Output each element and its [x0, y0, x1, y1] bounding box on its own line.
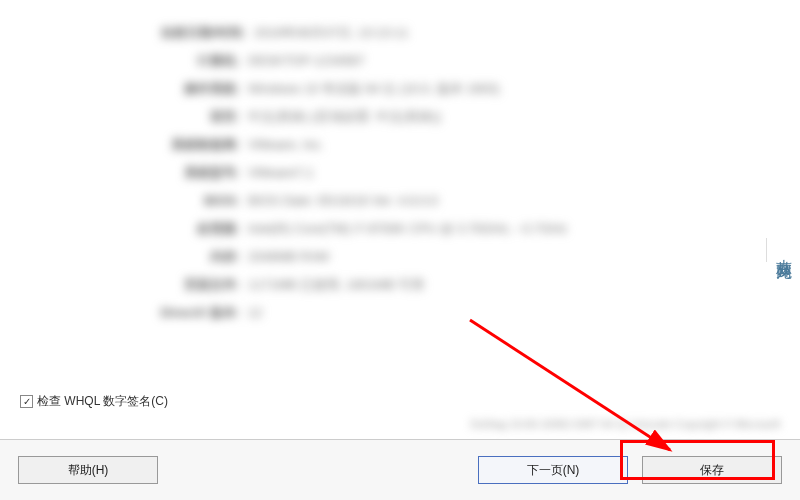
info-label: 系统制造商: — [160, 132, 240, 158]
save-all-button[interactable]: 保存 — [642, 456, 782, 484]
info-row: 页面文件: 1171MB 已使用, 1801MB 可用 — [160, 272, 760, 298]
whql-checkbox-row[interactable]: ✓ 检查 WHQL 数字签名(C) — [20, 393, 168, 410]
info-label: 语言: — [160, 104, 240, 130]
info-label: 操作系统: — [160, 76, 240, 102]
info-label: 内存: — [160, 244, 240, 270]
info-row: 当前日期/时间: 2019年08月07日, 13:13:11 — [160, 20, 760, 46]
info-label: DirectX 版本: — [160, 300, 240, 326]
help-button[interactable]: 帮助(H) — [18, 456, 158, 484]
info-row: 系统制造商: VMware, Inc. — [160, 132, 760, 158]
info-value: 12 — [248, 300, 262, 326]
info-row: BIOS: BIOS Date: 05/18/18 Ver: 4.6.0.0 — [160, 188, 760, 214]
checkbox-label: 检查 WHQL 数字签名(C) — [37, 393, 168, 410]
info-label: 页面文件: — [160, 272, 240, 298]
checkbox-icon[interactable]: ✓ — [20, 395, 33, 408]
watermark: 吉林龙网 — [766, 238, 800, 262]
info-value: Windows 10 专业版 64 位 (10.0, 版本 1903) — [248, 76, 499, 102]
info-label: 处理器: — [160, 216, 240, 242]
info-value: 2019年08月07日, 13:13:11 — [254, 20, 409, 46]
system-info-area: 当前日期/时间: 2019年08月07日, 13:13:11 计算机: DESK… — [20, 10, 780, 326]
info-value: VMware, Inc. — [248, 132, 324, 158]
next-page-button[interactable]: 下一页(N) — [478, 456, 628, 484]
info-row: 计算机: DESKTOP-1234567 — [160, 48, 760, 74]
info-label: 计算机: — [160, 48, 240, 74]
info-value: BIOS Date: 05/18/18 Ver: 4.6.0.0 — [248, 188, 438, 214]
copyright-text: DxDiag 10.00.18362.0387 64 位 Unicode Cop… — [470, 417, 780, 432]
info-row: 系统型号: VMware7,1 — [160, 160, 760, 186]
info-value: DESKTOP-1234567 — [248, 48, 365, 74]
info-row: 操作系统: Windows 10 专业版 64 位 (10.0, 版本 1903… — [160, 76, 760, 102]
info-row: 语言: 中文(简体) (区域设置: 中文(简体)) — [160, 104, 760, 130]
info-row: DirectX 版本: 12 — [160, 300, 760, 326]
info-value: 1171MB 已使用, 1801MB 可用 — [248, 272, 424, 298]
info-row: 处理器: Intel(R) Core(TM) i7-8700K CPU @ 3.… — [160, 216, 760, 242]
info-value: VMware7,1 — [248, 160, 314, 186]
info-row: 内存: 2048MB RAM — [160, 244, 760, 270]
main-panel: 当前日期/时间: 2019年08月07日, 13:13:11 计算机: DESK… — [0, 0, 800, 440]
info-label: BIOS: — [160, 188, 240, 214]
info-label: 系统型号: — [160, 160, 240, 186]
info-label: 当前日期/时间: — [160, 20, 246, 46]
info-value: 中文(简体) (区域设置: 中文(简体)) — [248, 104, 441, 130]
button-bar: 帮助(H) 下一页(N) 保存 — [0, 440, 800, 500]
info-value: Intel(R) Core(TM) i7-8700K CPU @ 3.70GHz… — [248, 216, 567, 242]
info-value: 2048MB RAM — [248, 244, 329, 270]
